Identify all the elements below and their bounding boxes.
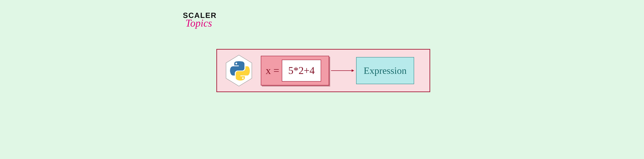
expression-diagram: x = 5*2+4 Expression bbox=[216, 49, 430, 92]
expression-label-box: Expression bbox=[356, 57, 414, 84]
expression-value-box: 5*2+4 bbox=[282, 60, 321, 82]
arrow-right-icon bbox=[331, 68, 354, 74]
scaler-topics-logo: SCALER Topics bbox=[183, 12, 217, 28]
logo-text-topics: Topics bbox=[186, 18, 212, 28]
python-icon bbox=[225, 54, 253, 87]
expression-value: 5*2+4 bbox=[288, 65, 315, 76]
svg-marker-2 bbox=[352, 69, 354, 72]
assignment-box: x = 5*2+4 bbox=[261, 56, 329, 86]
expression-label: Expression bbox=[364, 65, 406, 76]
variable-label: x = bbox=[266, 65, 279, 76]
assignment-container: x = 5*2+4 bbox=[261, 56, 329, 86]
